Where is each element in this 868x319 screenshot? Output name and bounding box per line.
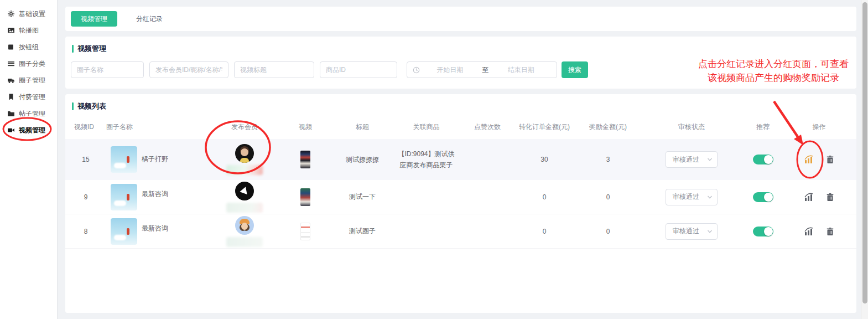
table-row: 15 橘子打野 测试撩撩撩 【ID:9094】测试供应商发布商品栗子 30 3 … [65,139,856,180]
sidebar-item-label: 按钮组 [19,43,39,52]
video-title-input[interactable] [234,61,314,78]
square-icon [7,43,15,51]
recommend-toggle[interactable] [753,227,773,236]
video-title: 测试一下 [330,192,395,202]
search-panel-title-text: 视频管理 [77,44,106,54]
video-camera-icon [7,126,15,134]
reward-amount: 3 [571,156,644,163]
title-accent-bar [72,45,74,53]
order-amount: 30 [517,156,571,163]
sidebar-item-pay-manage[interactable]: 付费管理 [0,89,57,105]
sidebar-item-label: 帖子管理 [19,109,45,119]
publisher-cell [208,182,281,213]
sidebar-item-carousel[interactable]: 轮播图 [0,22,57,39]
trash-icon[interactable] [826,193,834,202]
chevron-down-icon [707,157,713,162]
reward-amount: 0 [571,193,644,201]
col-video-id: 视频ID [70,122,102,132]
bookmark-icon [7,93,15,101]
sidebar-item-video-manage[interactable]: 视频管理 [0,122,57,138]
audit-status-cell: 审核通过 [644,223,739,240]
operation-cell [787,193,851,202]
col-order-amount: 转化订单金额(元) [517,122,571,132]
bar-chart-icon[interactable] [804,193,814,202]
search-button[interactable]: 搜索 [562,61,588,78]
table-header: 视频ID 圈子名称 发布会员 视频 标题 关联商品 点赞次数 转化订单金额(元)… [65,115,856,139]
order-amount: 0 [517,193,571,201]
video-id: 8 [70,228,102,235]
col-related-product: 关联商品 [395,122,458,132]
video-cell [281,188,330,206]
video-thumbnail[interactable] [300,188,310,206]
video-thumbnail[interactable] [300,151,310,168]
image-icon [7,27,15,34]
circle-thumbnail [111,184,137,210]
publisher-member-input[interactable] [149,61,228,78]
circle-name: 橘子打野 [142,155,168,164]
list-icon [7,60,15,68]
tab-video-manage[interactable]: 视频管理 [71,11,117,27]
col-publisher: 发布会员 [208,122,281,132]
product-id-input[interactable] [320,61,397,78]
sidebar-item-circle-manage[interactable]: 圈子管理 [0,72,57,89]
scrollbar-thumb[interactable] [862,2,867,303]
sidebar-item-post-manage[interactable]: 帖子管理 [0,105,57,122]
video-list-panel: 视频列表 视频ID 圈子名称 发布会员 视频 标题 关联商品 点赞次数 转化订单… [65,94,856,313]
annotation-note: 点击分红记录进入分红页面，可查看 该视频商品产生的购物奖励记录 [690,57,856,85]
sidebar-item-basic-settings[interactable]: 基础设置 [0,6,57,22]
bar-chart-icon[interactable] [804,155,814,164]
publisher-name-blurred [226,203,263,213]
trash-icon[interactable] [826,155,834,164]
sidebar-item-label: 付费管理 [19,92,45,102]
publisher-cell [208,144,281,175]
operation-cell [787,155,851,164]
col-likes: 点赞次数 [458,122,517,132]
recommend-toggle[interactable] [753,192,773,202]
date-range-picker[interactable]: 开始日期 至 结束日期 [407,61,557,78]
video-id: 9 [70,193,102,201]
trash-icon[interactable] [826,227,834,236]
audit-status-select[interactable]: 审核通过 [666,151,718,168]
video-cell [281,223,330,240]
gear-icon [7,10,15,18]
vertical-scrollbar[interactable] [861,0,868,319]
col-title: 标题 [330,122,395,132]
chevron-down-icon [707,229,713,234]
table-row: 8 最新咨询 测试圈子 0 0 审核通过 [65,214,856,249]
audit-status-cell: 审核通过 [644,151,739,168]
video-thumbnail[interactable] [300,223,310,240]
publisher-cell [208,216,281,247]
audit-status-select[interactable]: 审核通过 [666,223,718,240]
recommend-toggle[interactable] [753,155,773,164]
publisher-name-blurred [226,165,263,175]
bar-chart-icon[interactable] [804,227,814,236]
audit-status-value: 审核通过 [673,155,707,164]
avatar [235,182,254,200]
circle-name: 最新咨询 [142,224,168,233]
audit-status-cell: 审核通过 [644,189,739,205]
circle-name: 最新咨询 [142,189,168,199]
publisher-name-blurred [226,237,263,247]
annotation-line-1: 点击分红记录进入分红页面，可查看 [690,57,856,71]
circle-name-input[interactable] [71,61,144,78]
date-range-separator: 至 [480,65,491,75]
col-operation: 操作 [787,122,851,132]
sidebar-item-circle-category[interactable]: 圈子分类 [0,55,57,72]
end-date-placeholder[interactable]: 结束日期 [491,65,552,75]
avatar [235,216,254,235]
sidebar: 基础设置 轮播图 按钮组 圈子分类 圈子管理 [0,0,58,319]
audit-status-select[interactable]: 审核通过 [666,189,718,205]
recommend-cell [739,155,787,164]
tab-dividend-record[interactable]: 分红记录 [136,14,163,24]
sidebar-item-label: 圈子管理 [19,76,45,85]
audit-status-value: 审核通过 [673,192,707,202]
annotation-line-2: 该视频商品产生的购物奖励记录 [690,71,856,85]
audit-status-value: 审核通过 [673,227,707,236]
related-product: 【ID:9094】测试供应商发布商品栗子 [395,148,458,171]
circle-thumbnail [111,146,137,173]
sidebar-item-button-group[interactable]: 按钮组 [0,39,57,55]
col-video: 视频 [281,122,330,132]
col-reward-amount: 奖励金额(元) [571,122,644,132]
start-date-placeholder[interactable]: 开始日期 [420,65,480,75]
circle-cell: 最新咨询 [102,218,208,245]
